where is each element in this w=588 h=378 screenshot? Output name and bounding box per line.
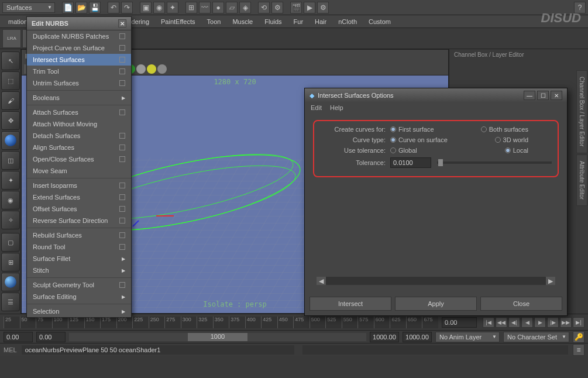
minimize-icon[interactable]: — xyxy=(524,91,535,100)
dialog-menu-edit[interactable]: Edit xyxy=(311,104,322,111)
open-scene-icon[interactable]: 📂 xyxy=(75,2,87,13)
option-box-icon[interactable] xyxy=(119,33,125,39)
select-tool[interactable]: ↖ xyxy=(1,51,20,70)
save-scene-icon[interactable]: 💾 xyxy=(89,2,101,13)
intersect-button[interactable]: Intersect xyxy=(310,297,391,311)
history-icon[interactable]: ⟲ xyxy=(258,2,270,13)
go-end-icon[interactable]: ▶| xyxy=(573,317,584,328)
lasso-tool[interactable]: ⬚ xyxy=(1,71,20,90)
anim-layer-dropdown[interactable]: No Anim Layer xyxy=(435,332,500,342)
option-box-icon[interactable] xyxy=(119,133,125,139)
range-end1[interactable] xyxy=(370,332,399,342)
rotate-tool[interactable] xyxy=(1,131,20,150)
option-box-icon[interactable] xyxy=(119,218,125,224)
step-fwd-icon[interactable]: |▶ xyxy=(547,317,559,328)
range-start2[interactable] xyxy=(36,332,66,342)
redo-icon[interactable]: ↷ xyxy=(121,2,133,13)
nurbs-menu-item[interactable]: Round Tool xyxy=(27,241,131,253)
scroll-right-icon[interactable]: ▶ xyxy=(546,277,555,285)
play-rev-icon[interactable]: ◀ xyxy=(521,317,533,328)
outliner-icon[interactable]: ☰ xyxy=(1,293,20,311)
go-start-icon[interactable]: |◀ xyxy=(483,317,494,328)
nurbs-menu-item[interactable]: Stitch▶ xyxy=(27,264,131,276)
snap-live-icon[interactable]: ◈ xyxy=(239,2,251,13)
nurbs-menu-item[interactable]: Selection▶ xyxy=(27,305,131,317)
option-box-icon[interactable] xyxy=(119,80,125,86)
vert-tab-channel[interactable]: Channel Box / Layer Editor xyxy=(576,70,587,153)
construction-icon[interactable]: ⚙ xyxy=(271,2,283,13)
option-box-icon[interactable] xyxy=(119,244,125,250)
paint-tool[interactable]: 🖌 xyxy=(1,91,20,110)
close-button[interactable]: Close xyxy=(480,297,562,311)
nurbs-menu-item[interactable]: Untrim Surfaces xyxy=(27,77,131,89)
snap-grid-icon[interactable]: ⊞ xyxy=(185,2,197,13)
lasso-icon[interactable]: ◉ xyxy=(153,2,165,13)
range-start1[interactable] xyxy=(4,332,33,342)
nurbs-menu-item[interactable]: Duplicate NURBS Patches xyxy=(27,30,131,42)
option-box-icon[interactable] xyxy=(119,183,125,188)
nurbs-menu-item[interactable]: Align Surfaces xyxy=(27,142,131,153)
layout-single[interactable]: ▢ xyxy=(1,233,20,252)
radio-icon[interactable] xyxy=(495,137,501,143)
option-box-icon[interactable] xyxy=(119,45,125,51)
radio-option[interactable]: Curve on surface xyxy=(390,136,448,143)
radio-icon[interactable] xyxy=(505,147,511,153)
nurbs-menu-item[interactable]: Attach Surfaces xyxy=(27,106,131,118)
radio-icon[interactable] xyxy=(390,126,396,132)
module-dropdown[interactable]: Surfaces xyxy=(2,2,55,13)
nurbs-menu-item[interactable]: Surface Editing▶ xyxy=(27,291,131,303)
script-editor-icon[interactable]: ≡ xyxy=(573,344,584,356)
vert-tab-attribute[interactable]: Attribute Editor xyxy=(576,154,587,206)
snap-curve-icon[interactable]: 〰 xyxy=(199,2,211,13)
nurbs-menu-item[interactable]: Project Curve on Surface xyxy=(27,42,131,54)
play-back-icon[interactable]: ◀| xyxy=(508,317,520,328)
nurbs-menu-item[interactable]: Detach Surfaces xyxy=(27,130,131,142)
last-tool[interactable]: ✧ xyxy=(1,211,20,229)
shelf-tab[interactable]: nCloth xyxy=(332,16,363,27)
tolerance-input[interactable] xyxy=(390,157,431,168)
nurbs-menu-item[interactable]: Reverse Surface Direction xyxy=(27,215,131,226)
nurbs-menu-item[interactable]: Insert Isoparms xyxy=(27,180,131,191)
option-box-icon[interactable] xyxy=(119,68,125,74)
edit-nurbs-title[interactable]: Edit NURBS ✕ xyxy=(27,17,131,30)
maximize-icon[interactable]: ☐ xyxy=(537,91,549,100)
shelf-tab[interactable]: Hair xyxy=(309,16,332,27)
render-settings-icon[interactable]: ⚙ xyxy=(317,2,329,13)
close-icon[interactable]: ✕ xyxy=(551,91,562,100)
sphere-icon[interactable] xyxy=(157,64,167,74)
render-icon[interactable]: 🎬 xyxy=(290,2,302,13)
layout-four[interactable]: ⊞ xyxy=(1,253,20,272)
shelf-tab[interactable]: Fur xyxy=(288,16,310,27)
range-track[interactable]: 1000 xyxy=(69,333,366,341)
option-box-icon[interactable] xyxy=(119,57,125,63)
nurbs-menu-item[interactable]: Booleans▶ xyxy=(27,92,131,104)
radio-option[interactable]: First surface xyxy=(390,126,434,133)
shelf-tab[interactable]: Custom xyxy=(363,16,397,27)
apply-button[interactable]: Apply xyxy=(395,297,477,311)
dialog-titlebar[interactable]: ◆Intersect Surfaces Options — ☐ ✕ xyxy=(305,88,567,102)
command-input[interactable]: oceanNurbsPreviewPlane 50 50 oceanShader… xyxy=(22,345,294,355)
nurbs-menu-item[interactable]: Trim Tool xyxy=(27,66,131,77)
snap-point-icon[interactable]: ● xyxy=(212,2,224,13)
scroll-left-icon[interactable]: ◀ xyxy=(317,277,326,285)
radio-icon[interactable] xyxy=(481,126,487,132)
play-fwd2-icon[interactable]: ▶▶ xyxy=(560,317,572,328)
nurbs-menu-item[interactable]: Attach Without Moving xyxy=(27,118,131,130)
undo-icon[interactable]: ↶ xyxy=(108,2,119,13)
play-fwd-icon[interactable]: ▶ xyxy=(534,317,546,328)
step-back-icon[interactable]: ◀◀ xyxy=(496,317,507,328)
scale-tool[interactable]: ◫ xyxy=(1,151,20,170)
sphere-shaded[interactable] xyxy=(1,273,20,291)
select-icon[interactable]: ▣ xyxy=(140,2,152,13)
radio-option[interactable]: Global xyxy=(390,147,417,154)
option-box-icon[interactable] xyxy=(119,194,125,200)
character-set-dropdown[interactable]: No Character Set xyxy=(503,332,569,342)
nurbs-menu-item[interactable]: Extend Surfaces xyxy=(27,191,131,203)
shelf-tab[interactable]: Toon xyxy=(201,16,227,27)
radio-option[interactable]: Both surfaces xyxy=(481,126,528,133)
range-end2[interactable] xyxy=(403,332,432,342)
sphere-icon[interactable] xyxy=(136,64,146,74)
option-box-icon[interactable] xyxy=(119,282,125,288)
sphere-icon[interactable] xyxy=(147,64,156,74)
radio-option[interactable]: Local xyxy=(505,147,528,154)
